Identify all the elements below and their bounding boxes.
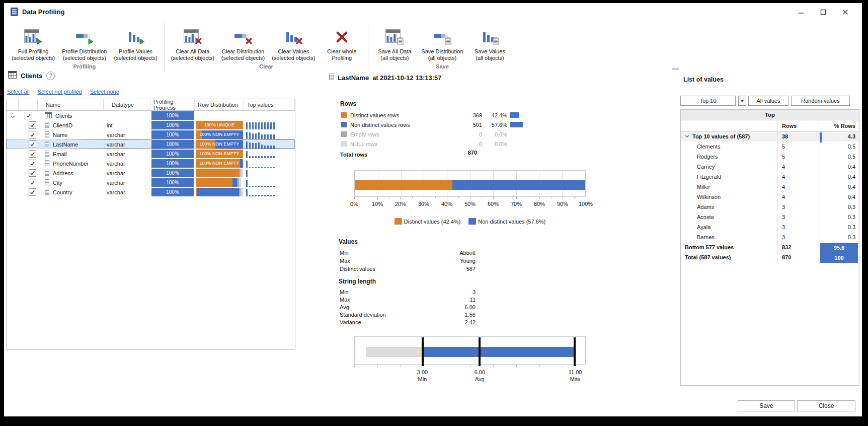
row-checkbox[interactable] <box>29 131 36 138</box>
ribbon-button-label: Clear wholeProfiling <box>327 48 356 61</box>
close-button-footer[interactable]: Close <box>797 400 855 411</box>
ribbon-button-clear-all-data-selected-objects[interactable]: Clear All Data(selected objects) <box>168 21 218 62</box>
top-values-cell <box>244 120 295 130</box>
legend-label: Non distinct values rows <box>350 122 410 128</box>
ribbon-button-clear-values-selected-objects[interactable]: Clear Values(selected objects) <box>268 21 319 62</box>
chevron-down-icon[interactable] <box>11 111 15 120</box>
expand-cell <box>7 120 19 130</box>
percent-value: 0.3 <box>848 232 855 242</box>
name-cell: ClientID <box>38 120 104 130</box>
percent-fill-bar: 100 <box>820 253 858 263</box>
value-row-miller[interactable]: Miller40.4 <box>681 182 859 192</box>
row-checkbox[interactable] <box>25 112 32 119</box>
ribbon-button-save-distribution-all-objects[interactable]: Save Distribution(all objects) <box>418 21 466 62</box>
ribbon-button-save-values-all-objects[interactable]: Save Values(all objects) <box>467 21 513 62</box>
value-label: Top 10 values of (587) <box>692 131 750 141</box>
progress-cell: 100% <box>150 168 195 178</box>
value-row-acosta[interactable]: Acosta30.3 <box>681 212 859 222</box>
table-row-clients[interactable]: Clients100% <box>7 111 295 120</box>
select-not-profiled-link[interactable]: Select not profiled <box>38 89 82 95</box>
save-button[interactable]: Save <box>738 400 795 411</box>
selection-links: Select all Select not profiled Select no… <box>7 89 119 95</box>
value-label: Clements <box>697 141 720 152</box>
ribbon-button-full-profiling-selected-objects[interactable]: Full Profiling(selected objects) <box>8 21 58 62</box>
row-checkbox[interactable] <box>29 140 36 148</box>
value-row-wilkinson[interactable]: Wilkinson40.4 <box>681 192 859 202</box>
rows-legend-item-empty-rows: Empty rows00.0% <box>340 129 541 139</box>
row-checkbox[interactable] <box>29 150 36 158</box>
datatype-cell: varchar <box>104 178 150 187</box>
distribution-cell: 100% NON EMPTY <box>195 149 244 159</box>
ribbon-button-profile-distribution-selected-objects[interactable]: Profile Distribution(selected objects) <box>58 21 110 62</box>
ribbon-button-clear-distribution-selected-objects[interactable]: Clear Distribution(selected objects) <box>218 21 268 62</box>
table-row-country[interactable]: Countryvarchar100% <box>7 187 295 197</box>
ribbon-group-label-save: Save <box>371 62 513 73</box>
row-checkbox[interactable] <box>29 160 36 167</box>
header-rows[interactable]: Rows <box>778 120 819 131</box>
x-tick-label: 60% <box>488 201 499 207</box>
value-row-carney[interactable]: Carney40.4 <box>681 162 859 172</box>
row-checkbox[interactable] <box>29 188 36 196</box>
top-values-cell <box>244 159 295 168</box>
table-row-address[interactable]: Addressvarchar100% <box>7 168 295 178</box>
value-row-clements[interactable]: Clements50.5 <box>681 141 859 152</box>
progress-cell: 100% <box>150 187 195 197</box>
random-values-button[interactable]: Random values <box>791 96 850 106</box>
row-percent: 0.0% <box>457 131 507 137</box>
ribbon-button-profile-values-selected-objects[interactable]: Profile Values(selected objects) <box>110 21 161 62</box>
value-row-ayala[interactable]: Ayala30.3 <box>681 222 859 232</box>
header-datatype[interactable]: Datatype <box>104 99 150 110</box>
value-row-fitzgerald[interactable]: Fitzgerald40.4 <box>681 172 859 182</box>
help-icon[interactable]: ? <box>46 72 55 80</box>
row-distribution-chart-legend: Distinct values (42.4%)Non distinct valu… <box>354 218 586 225</box>
ribbon-button-label: Profile Values(selected objects) <box>114 48 157 61</box>
select-none-link[interactable]: Select none <box>90 89 119 95</box>
legend-swatch-orange <box>341 112 347 118</box>
total-rows-row: Total rows 870 <box>340 150 541 160</box>
value-row-barnes[interactable]: Barnes30.3 <box>681 232 859 242</box>
top-n-dropdown-arrow[interactable] <box>738 96 746 106</box>
header-profiling-progress[interactable]: Profiling Progress <box>150 99 195 110</box>
ribbon: Full Profiling(selected objects)Profile … <box>6 21 862 73</box>
select-all-link[interactable]: Select all <box>7 89 30 95</box>
values-table-group-header: Top <box>681 110 859 120</box>
header-top-values[interactable]: Top values <box>244 99 295 110</box>
maximize-button[interactable] <box>820 9 827 16</box>
object-name: Clients <box>55 113 72 119</box>
column-icon <box>45 169 49 178</box>
row-checkbox[interactable] <box>29 121 36 129</box>
table-row-city[interactable]: Cityvarchar100% <box>7 178 295 187</box>
value-row-total-587-values[interactable]: Total (587 values)870100 <box>681 252 859 262</box>
value-row-bottom-577-values[interactable]: Bottom 577 values83295.6 <box>681 242 859 252</box>
ribbon-button-clear-whole-profiling[interactable]: Clear wholeProfiling <box>319 21 365 62</box>
table-row-clientid[interactable]: ClientIDint100%100% UNIQUE <box>7 120 295 130</box>
x-tick-label: 30% <box>418 201 429 207</box>
object-name: Address <box>53 170 73 176</box>
chevron-down-icon[interactable] <box>685 131 689 141</box>
table-row-name[interactable]: Namevarchar100%100% NON EMPTY <box>7 130 295 139</box>
row-checkbox[interactable] <box>29 169 36 177</box>
table-row-lastname[interactable]: LastNamevarchar100%100% NON EMPTY <box>7 139 295 149</box>
minimize-button[interactable] <box>798 9 805 16</box>
value-label-cell: Ayala <box>681 222 778 232</box>
top-n-dropdown-value: Top 10 <box>699 98 716 104</box>
table-row-phonenumber[interactable]: PhoneNumbervarchar100%100% NON EMPTY <box>7 159 295 168</box>
top-n-dropdown[interactable]: Top 10 <box>680 96 736 106</box>
header-name[interactable]: Name <box>38 99 104 110</box>
distribution-label: 100% NON EMPTY <box>196 130 243 139</box>
close-button[interactable] <box>842 9 849 16</box>
row-checkbox[interactable] <box>29 179 36 186</box>
value-row-adams[interactable]: Adams30.3 <box>681 202 859 212</box>
table-row-email[interactable]: Emailvarchar100%100% NON EMPTY <box>7 149 295 159</box>
string-length-range-labels: 3.00Min6.00Avg11.00Max <box>354 369 586 384</box>
header-row-distribution[interactable]: Row Distribution <box>195 99 244 110</box>
progress-cell: 100% <box>150 120 195 130</box>
distribution-bar: 100% NON EMPTY <box>196 130 243 139</box>
all-values-button[interactable]: All values <box>748 96 788 106</box>
value-rows-cell: 4 <box>778 172 819 182</box>
value-row-rodgers[interactable]: Rodgers50.5 <box>681 152 859 162</box>
value-row-top-10-values-of-587[interactable]: Top 10 values of (587)384.3 <box>681 131 859 141</box>
header-pct-rows[interactable]: % Rows <box>819 120 859 131</box>
ribbon-button-save-all-data-all-objects[interactable]: Save All Data(all objects) <box>371 21 418 62</box>
ribbon-collapse-handle[interactable] <box>672 68 679 69</box>
